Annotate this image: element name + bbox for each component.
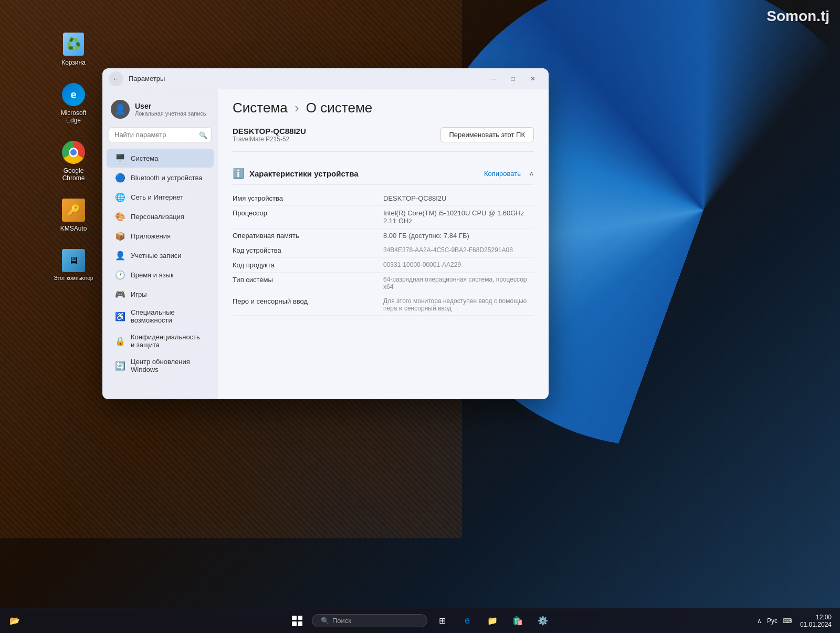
- icon-ms-edge[interactable]: e Microsoft Edge: [52, 82, 94, 124]
- folder-taskbar-icon: 📁: [487, 616, 498, 626]
- taskview-icon: ⊞: [439, 616, 446, 626]
- sidebar-item-privacy[interactable]: 🔒 Конфиденциальность и защита: [107, 329, 214, 353]
- sidebar-item-bluetooth[interactable]: 🔵 Bluetooth и устройства: [107, 168, 214, 187]
- clock-date: 01.01.2024: [800, 621, 832, 628]
- network-icon: 🌐: [115, 192, 125, 202]
- pc-model: TravelMate P215-52: [233, 136, 306, 143]
- back-button[interactable]: ←: [109, 71, 123, 86]
- win-square-1: [292, 616, 297, 620]
- settings-sidebar: 👤 User Локальная учетная запись 🔍 🖥️ Сис…: [102, 89, 218, 399]
- win-square-3: [292, 621, 297, 626]
- kmsauto-label: KMSAuto: [60, 225, 87, 232]
- icon-this-pc[interactable]: 🖥 Этот компьютер: [52, 248, 94, 281]
- settings-taskbar-icon: ⚙️: [538, 616, 548, 626]
- this-pc-label: Этот компьютер: [54, 275, 93, 281]
- tray-expand-button[interactable]: ∧: [755, 616, 764, 626]
- back-arrow-icon: ←: [112, 75, 120, 83]
- spec-label: Код устройства: [233, 246, 383, 254]
- taskbar-search-icon: 🔍: [321, 617, 329, 625]
- rename-pc-button[interactable]: Переименовать этот ПК: [440, 127, 534, 142]
- device-section-header[interactable]: ℹ️ Характеристики устройства Копировать …: [233, 162, 534, 185]
- kms-graphic: 🔑: [62, 199, 85, 222]
- system-icon: 🖥️: [115, 153, 125, 163]
- user-info: User Локальная учетная запись: [135, 102, 206, 117]
- sidebar-item-label: Время и язык: [131, 271, 174, 279]
- recycle-bin-graphic: ♻️: [63, 33, 84, 56]
- spec-row-device-name: Имя устройства DESKTOP-QC88I2U: [233, 191, 534, 206]
- edge-graphic: e: [62, 83, 85, 106]
- desktop-icon-area: ♻️ Корзина e Microsoft Edge Google Chrom…: [52, 32, 94, 281]
- breadcrumb-separator: ›: [295, 100, 303, 116]
- apps-icon: 📦: [115, 231, 125, 241]
- file-manager-icon: 📂: [9, 616, 20, 626]
- sidebar-item-label: Учетные записи: [131, 252, 181, 260]
- sidebar-item-personalization[interactable]: 🎨 Персонализация: [107, 207, 214, 226]
- sidebar-item-accessibility[interactable]: ♿ Специальные возможности: [107, 304, 214, 328]
- store-icon: 🛍️: [512, 616, 523, 626]
- store-taskbar-button[interactable]: 🛍️: [507, 611, 528, 630]
- chrome-inner-circle: [69, 148, 78, 157]
- windows-update-icon: 🔄: [115, 360, 125, 371]
- window-controls: — □ ✕: [484, 71, 542, 87]
- minimize-button[interactable]: —: [484, 71, 502, 87]
- section-title-row: ℹ️ Характеристики устройства: [233, 168, 359, 179]
- system-clock[interactable]: 12:00 01.01.2024: [796, 613, 836, 629]
- icon-recycle-bin[interactable]: ♻️ Корзина: [52, 32, 94, 66]
- sidebar-item-label: Bluetooth и устройства: [131, 174, 202, 182]
- sidebar-item-network[interactable]: 🌐 Сеть и Интернет: [107, 188, 214, 206]
- spec-value: 34B4E378-AA2A-4C5C-9BA2-F68D25291A08: [383, 246, 534, 254]
- ms-edge-icon: e: [61, 82, 86, 107]
- taskbar-left: 📂: [0, 611, 25, 630]
- icon-google-chrome[interactable]: Google Chrome: [52, 140, 94, 182]
- file-manager-taskbar-button[interactable]: 📂: [4, 611, 25, 630]
- spec-label: Имя устройства: [233, 194, 383, 202]
- search-param-input[interactable]: [109, 127, 212, 142]
- sidebar-item-label: Игры: [131, 290, 147, 298]
- sidebar-item-accounts[interactable]: 👤 Учетные записи: [107, 246, 214, 265]
- pc-name-info: DESKTOP-QC88I2U TravelMate P215-52: [233, 127, 306, 143]
- kmsauto-icon: 🔑: [61, 198, 86, 223]
- time-icon: 🕐: [115, 269, 125, 280]
- copy-link-button[interactable]: Копировать: [484, 170, 521, 178]
- icon-kmsauto[interactable]: 🔑 KMSAuto: [52, 198, 94, 232]
- breadcrumb-about: О системе: [306, 100, 372, 116]
- spec-value: Для этого монитора недоступен ввод с пом…: [383, 297, 534, 312]
- spec-row-pen-touch: Перо и сенсорный ввод Для этого монитора…: [233, 294, 534, 316]
- tray-language[interactable]: Рус: [765, 616, 780, 626]
- search-icon: 🔍: [199, 131, 207, 139]
- sidebar-item-time[interactable]: 🕐 Время и язык: [107, 265, 214, 284]
- close-button[interactable]: ✕: [523, 71, 542, 87]
- accessibility-icon: ♿: [115, 311, 125, 321]
- title-bar-left: ← Параметры: [109, 71, 165, 86]
- privacy-icon: 🔒: [115, 336, 125, 346]
- section-actions: Копировать ∧: [484, 170, 534, 178]
- sidebar-item-label: Персонализация: [131, 213, 184, 221]
- taskbar: 📂 🔍 Поиск ⊞ e �: [0, 608, 840, 633]
- edge-taskbar-button[interactable]: e: [457, 611, 478, 630]
- maximize-button[interactable]: □: [503, 71, 522, 87]
- chevron-up-icon: ∧: [529, 170, 534, 177]
- taskbar-search[interactable]: 🔍 Поиск: [312, 614, 427, 627]
- desktop: Somon.tj ♻️ Корзина e Microsoft Edge Goo: [0, 0, 840, 633]
- breadcrumb-system: Система: [233, 100, 288, 116]
- taskview-button[interactable]: ⊞: [432, 611, 453, 630]
- sidebar-item-label: Специальные возможности: [131, 308, 205, 324]
- clock-time: 12:00: [800, 614, 832, 621]
- main-content: Система › О системе DESKTOP-QC88I2U Trav…: [218, 89, 549, 399]
- folder-taskbar-button[interactable]: 📁: [482, 611, 503, 630]
- sidebar-item-label: Конфиденциальность и защита: [131, 333, 205, 349]
- windows-logo-icon: [288, 611, 307, 630]
- pc-hostname: DESKTOP-QC88I2U: [233, 127, 306, 136]
- start-button[interactable]: [287, 611, 308, 630]
- pc-graphic: 🖥: [62, 249, 85, 272]
- sidebar-item-apps[interactable]: 📦 Приложения: [107, 226, 214, 245]
- spec-row-system-type: Тип системы 64-разрядная операционная си…: [233, 273, 534, 294]
- system-tray: ∧ Рус ⌨: [755, 616, 794, 626]
- win-square-4: [298, 621, 303, 626]
- sidebar-item-label: Центр обновления Windows: [131, 358, 205, 373]
- sidebar-item-system[interactable]: 🖥️ Система: [107, 149, 214, 168]
- sidebar-item-gaming[interactable]: 🎮 Игры: [107, 285, 214, 304]
- sidebar-item-windows-update[interactable]: 🔄 Центр обновления Windows: [107, 354, 214, 378]
- tray-keyboard-icon[interactable]: ⌨: [781, 616, 794, 626]
- settings-taskbar-button[interactable]: ⚙️: [532, 611, 553, 630]
